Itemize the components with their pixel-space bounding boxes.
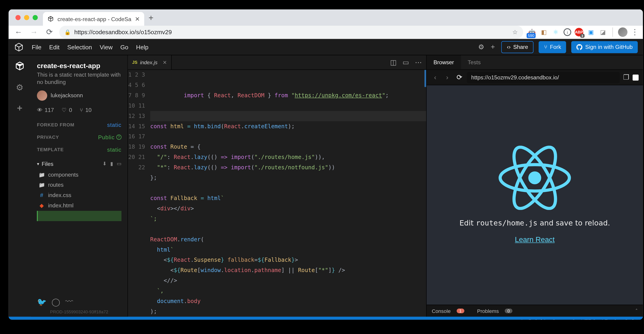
cursor-pos[interactable]: Ln 5, Col 1 (521, 319, 546, 320)
eol[interactable]: LF (602, 319, 608, 320)
ext-react-icon[interactable]: ⚛ (552, 28, 560, 36)
console-count: 1 (457, 309, 464, 313)
file-row-folder[interactable]: routes (37, 180, 122, 190)
file-row-css[interactable]: #index.css (37, 190, 122, 200)
encoding[interactable]: UTF-8 (581, 319, 596, 320)
twitter-icon[interactable]: 🐦 (37, 297, 46, 307)
ext-adblock-icon[interactable]: ABP3 (574, 28, 583, 36)
app-logo[interactable] (14, 42, 24, 52)
forked-from-link[interactable]: static (107, 122, 121, 128)
min-window[interactable] (24, 15, 29, 20)
menu-edit[interactable]: Edit (49, 44, 60, 50)
author-row[interactable]: lukejacksonn (37, 90, 122, 101)
likes-stat[interactable]: ♡0 (62, 107, 72, 113)
tab-browser[interactable]: Browser (427, 55, 461, 69)
bookmark-star-icon[interactable]: ☆ (512, 29, 518, 35)
more-icon[interactable]: ⋯ (415, 58, 422, 66)
file-row-folder[interactable]: components (37, 169, 122, 180)
app-menubar: File Edit Selection View Go Help ⚙ ＋ ‹› … (8, 39, 643, 55)
settings-icon[interactable]: ⚙ (478, 43, 484, 51)
tab-tests[interactable]: Tests (461, 55, 488, 69)
activity-sandbox-icon[interactable] (15, 61, 24, 73)
open-tab-icon[interactable] (632, 74, 638, 80)
menu-file[interactable]: File (32, 44, 41, 50)
preview-message: Edit routes/home.js and save to reload. (460, 219, 610, 227)
profile-avatar[interactable] (618, 27, 628, 37)
preview-forward[interactable]: › (443, 73, 452, 81)
reload-button[interactable]: ⟳ (44, 27, 55, 37)
share-button[interactable]: ‹› Share (501, 41, 534, 53)
new-file-icon[interactable]: ▮ (110, 161, 113, 167)
js-lang-icon: JS (132, 60, 138, 65)
activity-settings-icon[interactable]: ⚙ (16, 82, 24, 93)
preview-console-bar[interactable]: Console 1 Problems 0 ˄ (427, 305, 643, 317)
ext-badge-3: 3 (580, 34, 585, 38)
url-bar[interactable]: 🔒 https://codesandbox.io/s/o15ozmv29 ☆ (59, 26, 523, 38)
menu-go[interactable]: Go (120, 44, 128, 50)
forward-button: → (28, 27, 40, 36)
preview-page: Edit routes/home.js and save to reload. … (427, 85, 643, 305)
scrollbar-indicator[interactable] (424, 70, 426, 87)
files-section-header[interactable]: ▾ Files ⬇ ▮ ▭ (37, 161, 122, 167)
preview-icon[interactable]: ▭ (402, 58, 409, 66)
template-link[interactable]: static (107, 146, 121, 153)
learn-react-link[interactable]: Learn React (515, 236, 555, 244)
menu-help[interactable]: Help (136, 44, 148, 50)
github-icon[interactable]: ◯ (52, 297, 60, 307)
ext-blue-icon[interactable]: ▣ (587, 28, 595, 36)
ext-cork-icon[interactable]: ◧ (540, 28, 548, 36)
close-tab-icon[interactable]: ✕ (163, 59, 167, 65)
ext-info-icon[interactable]: i (564, 28, 572, 36)
max-window[interactable] (33, 15, 38, 20)
forks-stat: ⑂10 (80, 107, 92, 113)
tab-close[interactable]: ✕ (135, 15, 140, 22)
code-area[interactable]: 1 2 3 4 5 6 7 8 9 10 11 12 13 14 15 16 1… (128, 70, 426, 317)
back-button[interactable]: ← (13, 27, 24, 36)
browser-tab[interactable]: create-es-react-app - CodeSa ✕ (43, 12, 144, 26)
fork-button[interactable]: ⑂ Fork (539, 41, 566, 53)
editor: JS index.js ✕ ◫ ▭ ⋯ 1 2 3 4 5 6 7 8 9 10… (128, 55, 426, 317)
menu-view[interactable]: View (100, 44, 112, 50)
editor-tabs: JS index.js ✕ ◫ ▭ ⋯ (128, 55, 426, 70)
social-row: 🐦 ◯ 〰 (37, 297, 122, 307)
split-editor-icon[interactable]: ◫ (390, 58, 396, 66)
code-lines[interactable]: import { React, ReactDOM } from "https:/… (150, 70, 426, 317)
chevron-down-icon: ▾ (37, 162, 39, 166)
app-main: ⚙ ＋ create-es-react-app This is a static… (8, 55, 643, 317)
file-row-selected[interactable] (37, 211, 122, 221)
ext-flag-icon[interactable]: ◪ (599, 28, 607, 36)
file-row-html[interactable]: ◆index.html (37, 200, 122, 211)
chrome-menu[interactable]: ⋮ (631, 27, 639, 37)
new-folder-icon[interactable]: ▭ (117, 161, 122, 167)
ext-droid-icon[interactable]: 🤖590 (528, 28, 536, 36)
editor-tab-active[interactable]: JS index.js ✕ (128, 55, 172, 69)
window-controls[interactable] (16, 15, 38, 20)
language-mode[interactable]: JavaScript (614, 319, 638, 320)
preview-reload[interactable]: ⟳ (455, 73, 464, 81)
indent-setting[interactable]: Spaces: 2 (552, 319, 575, 320)
preview-back[interactable]: ‹ (431, 73, 439, 81)
download-icon[interactable]: ⬇ (102, 161, 107, 167)
help-icon[interactable]: ? (116, 135, 121, 140)
preview-url[interactable]: https://o15ozmv29.codesandbox.io/ (467, 72, 620, 83)
eye-icon: 👁 (37, 107, 42, 113)
preview-addressbar: ‹ › ⟳ https://o15ozmv29.codesandbox.io/ … (427, 70, 643, 85)
add-icon[interactable]: ＋ (490, 42, 496, 51)
activity-add-icon[interactable]: ＋ (16, 102, 24, 114)
stats-row: 👁117 ♡0 ⑂10 (37, 107, 122, 113)
lock-icon: 🔒 (64, 29, 71, 35)
menu-selection[interactable]: Selection (67, 44, 92, 50)
close-window[interactable] (16, 15, 20, 20)
file-tree: components routes #index.css ◆index.html (37, 169, 122, 221)
signin-button[interactable]: Sign in with GitHub (572, 41, 638, 53)
spectrum-icon[interactable]: 〰 (65, 297, 73, 307)
open-window-icon[interactable]: ❐ (623, 73, 629, 81)
preview-panel: Browser Tests ‹ › ⟳ https://o15ozmv29.co… (426, 55, 643, 317)
activity-bar: ⚙ ＋ (8, 55, 31, 317)
toolbar-divider (612, 27, 613, 37)
new-tab-button[interactable]: + (148, 13, 154, 22)
chevron-up-icon[interactable]: ˄ (635, 308, 638, 314)
chrome-toolbar: ← → ⟳ 🔒 https://codesandbox.io/s/o15ozmv… (8, 26, 643, 39)
ext-badge: 590 (526, 33, 536, 38)
css-file-icon: # (38, 192, 44, 198)
